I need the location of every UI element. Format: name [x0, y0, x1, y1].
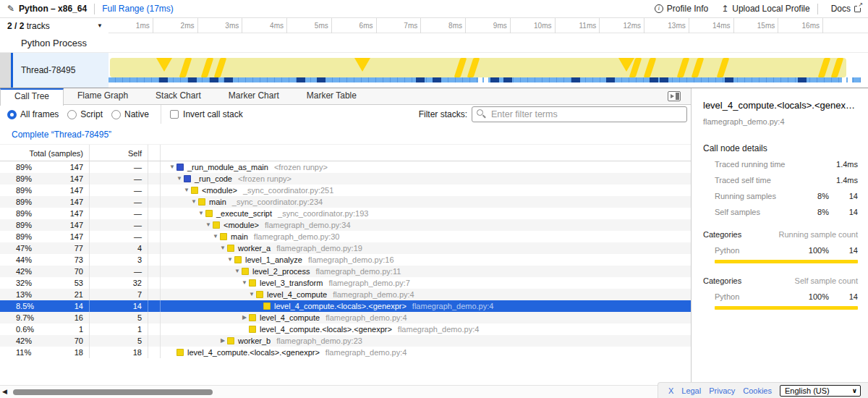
- tree-row[interactable]: 89%147—▼<module>flamegraph_demo.py:34: [0, 219, 691, 231]
- cell-total-samples: 13%21: [0, 289, 90, 300]
- filter-stacks-input[interactable]: [472, 106, 687, 122]
- tree-row[interactable]: 89%147—▼main_sync_coordinator.py:234: [0, 196, 691, 208]
- collapse-icon[interactable]: ▼: [168, 161, 176, 173]
- complete-thread-link[interactable]: Complete “Thread-78495”: [12, 130, 691, 140]
- cell-gutter: [148, 300, 161, 312]
- cell-tree: ▼_run_module_as_main<frozen runpy>: [161, 161, 691, 173]
- timeline-ruler[interactable]: 1ms2ms3ms4ms5ms6ms7ms8ms9ms10ms11ms12ms1…: [109, 18, 868, 33]
- radio-all-frames[interactable]: All frames: [7, 109, 59, 119]
- cell-gutter: [148, 335, 161, 347]
- file-location: flamegraph_demo.py:23: [276, 335, 362, 347]
- sample-dark-segment: [650, 77, 658, 82]
- total-count: 147: [70, 196, 83, 208]
- total-percent: 89%: [16, 161, 32, 173]
- collapse-icon[interactable]: ▼: [197, 208, 205, 219]
- close-footer-link[interactable]: X: [668, 386, 673, 395]
- cell-total-samples: 89%147: [0, 231, 90, 242]
- tree-row[interactable]: 89%147—▼mainflamegraph_demo.py:30: [0, 231, 691, 242]
- invert-call-stack[interactable]: Invert call stack: [170, 109, 243, 119]
- metric-percent: 8%: [803, 191, 829, 201]
- total-percent: 89%: [16, 185, 32, 196]
- radio-script[interactable]: Script: [67, 109, 103, 119]
- tab-stack-chart[interactable]: Stack Chart: [142, 88, 215, 105]
- categories-label: Categories: [703, 276, 795, 286]
- docs-link[interactable]: Docs: [831, 4, 861, 14]
- metric-label: Self samples: [703, 207, 803, 217]
- footer-links: X LegalPrivacyCookies English (US) ∨: [658, 382, 868, 398]
- cell-tree: ▼worker_aflamegraph_demo.py:19: [161, 242, 691, 254]
- category-square-icon: [205, 210, 213, 217]
- collapse-icon[interactable]: ▼: [240, 277, 249, 289]
- metric-value: 14: [829, 207, 858, 217]
- thread-activity-graph[interactable]: [109, 53, 868, 88]
- collapse-icon[interactable]: ▼: [182, 185, 191, 196]
- tree-row[interactable]: 13%217▼level_4_computeflamegraph_demo.py…: [0, 289, 691, 300]
- tree-row[interactable]: 89%147—▼_run_code<frozen runpy>: [0, 173, 691, 185]
- collapse-icon[interactable]: ▼: [211, 231, 220, 242]
- collapse-icon[interactable]: ▼: [204, 219, 213, 231]
- column-total-samples[interactable]: Total (samples): [0, 145, 90, 161]
- tree-row[interactable]: 42%705▶worker_bflamegraph_demo.py:23: [0, 335, 691, 347]
- radio-native[interactable]: Native: [111, 109, 149, 119]
- tree-row[interactable]: 89%147—▼<module>_sync_coordinator.py:251: [0, 185, 691, 196]
- collapse-icon[interactable]: ▼: [190, 196, 198, 208]
- expand-icon[interactable]: ▶: [240, 312, 249, 323]
- metric-label: Traced self time: [703, 175, 803, 185]
- tree-row[interactable]: 32%5332▼level_3_transformflamegraph_demo…: [0, 277, 691, 289]
- collapse-icon[interactable]: ▼: [175, 173, 184, 185]
- invert-call-stack-checkbox[interactable]: [170, 110, 179, 119]
- collapse-icon[interactable]: ▼: [218, 242, 227, 254]
- sidebar-toggle-icon[interactable]: [668, 91, 681, 101]
- file-location: flamegraph_demo.py:7: [328, 277, 410, 289]
- collapse-icon[interactable]: ▼: [247, 289, 256, 300]
- full-range-link[interactable]: Full Range (17ms): [102, 4, 174, 14]
- category-percent: 100%: [803, 292, 829, 302]
- thread-track-label[interactable]: Thread-78495: [13, 53, 109, 88]
- collapse-icon[interactable]: ▼: [233, 266, 242, 277]
- cell-total-samples: 42%70: [0, 335, 90, 347]
- cell-self: 5: [90, 312, 148, 323]
- scroll-left-arrow-icon[interactable]: ◀: [2, 388, 7, 395]
- expand-icon[interactable]: ▶: [218, 335, 227, 347]
- process-track-header[interactable]: Python Process: [0, 33, 868, 53]
- tree-row[interactable]: 44%733▼level_1_analyzeflamegraph_demo.py…: [0, 254, 691, 266]
- profile-title: Python – x86_64: [19, 4, 87, 14]
- category-square-icon: [176, 164, 184, 171]
- cell-tree: ▶worker_bflamegraph_demo.py:23: [161, 335, 691, 347]
- sample-dark-segment: [606, 77, 615, 82]
- privacy-link[interactable]: Privacy: [709, 386, 735, 395]
- tab-call-tree[interactable]: Call Tree: [0, 88, 64, 106]
- collapse-icon[interactable]: ▼: [226, 254, 234, 266]
- tree-row[interactable]: 8.5%1414level_4_compute.<locals>.<genexp…: [0, 300, 691, 312]
- column-self[interactable]: Self: [90, 145, 148, 161]
- tree-row[interactable]: 0.6%11level_4_compute.<locals>.<genexpr>…: [0, 323, 691, 335]
- metric-row: Traced self time1.4ms: [703, 175, 858, 185]
- tab-marker-chart[interactable]: Marker Chart: [215, 88, 293, 105]
- tree-row[interactable]: 89%147—▼_execute_script_sync_coordinator…: [0, 208, 691, 219]
- tracks-dropdown[interactable]: 2 / 2 tracks ▼: [0, 18, 109, 33]
- tree-row[interactable]: 89%147—▼_run_module_as_main<frozen runpy…: [0, 161, 691, 173]
- tab-marker-table[interactable]: Marker Table: [293, 88, 370, 105]
- ruler-tick: 10ms: [511, 18, 556, 33]
- tree-row[interactable]: 42%70—▼level_2_processflamegraph_demo.py…: [0, 266, 691, 277]
- cell-self: 5: [90, 335, 148, 347]
- cell-self: 32: [90, 277, 148, 289]
- upload-profile-button[interactable]: ↥ Upload Local Profile: [721, 4, 809, 14]
- profile-info-button[interactable]: i Profile Info: [655, 4, 708, 14]
- tab-flame-graph[interactable]: Flame Graph: [64, 88, 142, 105]
- cell-tree: ▼<module>flamegraph_demo.py:34: [161, 219, 691, 231]
- total-percent: 32%: [16, 277, 32, 289]
- file-location: flamegraph_demo.py:4: [412, 300, 494, 312]
- scrollbar-thumb[interactable]: [13, 389, 213, 395]
- tree-row[interactable]: 47%774▼worker_aflamegraph_demo.py:19: [0, 242, 691, 254]
- tree-row[interactable]: 11%1818level_4_compute.<locals>.<genexpr…: [0, 347, 691, 358]
- total-count: 1: [79, 323, 83, 335]
- cell-gutter: [148, 196, 161, 208]
- tree-row[interactable]: 9.7%165▶level_4_computeflamegraph_demo.p…: [0, 312, 691, 323]
- cell-tree: ▼main_sync_coordinator.py:234: [161, 196, 691, 208]
- language-select[interactable]: English (US) ∨: [780, 385, 861, 397]
- category-square-icon: [198, 198, 205, 206]
- edit-profile-name-icon[interactable]: ✎: [7, 4, 14, 14]
- legal-link[interactable]: Legal: [681, 386, 701, 395]
- cookies-link[interactable]: Cookies: [743, 386, 772, 395]
